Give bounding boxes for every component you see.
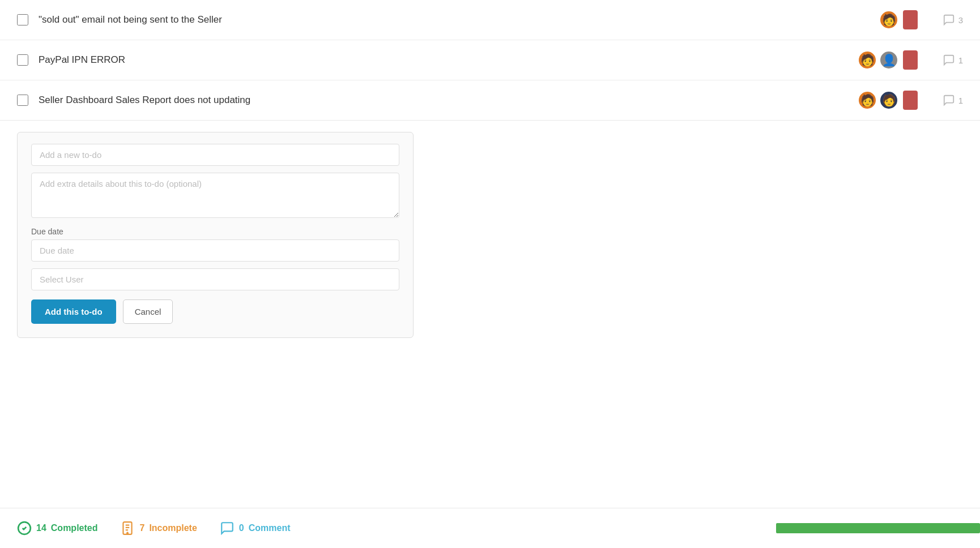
select-user-input[interactable] [31,268,399,290]
comment-icon-2 [943,54,955,66]
comment-count-1: 3 [958,15,963,25]
progress-bar-container [770,508,980,548]
todo-checkbox-2[interactable] [17,54,28,66]
due-date-label: Due date [31,227,399,236]
avatar-orange-2: 🧑 [858,50,877,70]
progress-bar [776,523,980,533]
comment-stat-icon [220,521,235,536]
todo-title-input[interactable] [31,144,399,166]
avatar-dark-3: 🧑 [879,91,898,110]
avatar-gray-2: 👤 [879,50,898,70]
completed-count: 14 [36,523,46,533]
incomplete-label: Incomplete [149,523,197,533]
avatar-orange-1: 🧑 [879,10,898,29]
form-buttons: Add this to-do Cancel [31,299,399,324]
todo-title-3: Seller Dashboard Sales Report does not u… [39,95,850,106]
color-tag-1 [903,10,918,29]
footer-stats: 14 Completed 7 Incomplete 0 Comment [0,508,980,548]
new-todo-form: Due date Add this to-do Cancel [17,132,414,338]
todo-comments-2: 1 [935,54,963,66]
completed-label: Completed [51,523,98,533]
comment-icon-3 [943,94,955,106]
todo-comments-1: 3 [935,14,963,26]
add-todo-button[interactable]: Add this to-do [31,299,116,324]
color-tag-3 [903,91,918,110]
todo-avatars-2: 🧑 👤 [858,50,918,70]
todo-comments-3: 1 [935,94,963,106]
incomplete-icon [120,521,135,536]
cancel-button[interactable]: Cancel [123,299,173,324]
due-date-input[interactable] [31,239,399,262]
color-tag-2 [903,50,918,70]
comment-icon-1 [943,14,955,26]
comment-stat: 0 Comment [220,521,291,536]
completed-icon [17,521,32,536]
todo-item-3: Seller Dashboard Sales Report does not u… [0,80,980,120]
todo-title-1: "sold out" email not being sent to the S… [39,14,871,25]
comment-stat-count: 0 [239,523,244,533]
todo-list: "sold out" email not being sent to the S… [0,0,980,121]
todo-details-input[interactable] [31,173,399,218]
todo-title-2: PayPal IPN ERROR [39,54,850,66]
incomplete-count: 7 [139,523,144,533]
comment-count-3: 1 [958,96,963,105]
completed-stat: 14 Completed [17,521,97,536]
comment-count-2: 1 [958,55,963,65]
incomplete-stat: 7 Incomplete [120,521,197,536]
comment-stat-label: Comment [249,523,291,533]
todo-avatars-1: 🧑 [879,10,918,29]
main-container: "sold out" email not being sent to the S… [0,0,980,548]
todo-checkbox-1[interactable] [17,14,28,25]
todo-checkbox-3[interactable] [17,95,28,106]
avatar-orange-3: 🧑 [858,91,877,110]
todo-avatars-3: 🧑 🧑 [858,91,918,110]
todo-item-2: PayPal IPN ERROR 🧑 👤 1 [0,40,980,80]
todo-item: "sold out" email not being sent to the S… [0,0,980,40]
